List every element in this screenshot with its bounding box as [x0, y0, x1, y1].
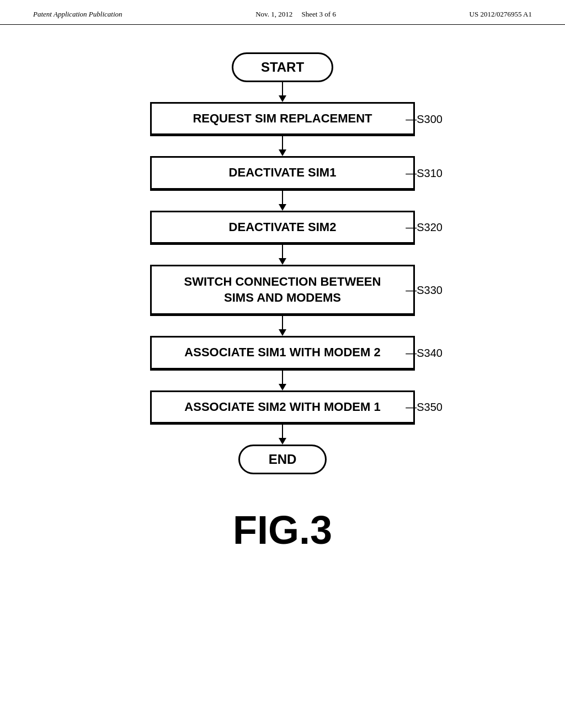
step-s330-row: SWITCH CONNECTION BETWEENSIMS AND MODEMS… — [89, 265, 476, 316]
step-s330-label: —S330 — [406, 284, 443, 297]
arrow-line — [282, 82, 283, 95]
header-date-sheet: Nov. 1, 2012 Sheet 3 of 6 — [255, 10, 336, 19]
step-s320-row: DEACTIVATE SIM2 —S320 — [89, 211, 476, 245]
end-node: END — [238, 445, 327, 474]
page-header: Patent Application Publication Nov. 1, 2… — [0, 0, 565, 25]
arrow-s300-to-s310 — [279, 136, 286, 156]
arrow-s330-to-s340 — [279, 316, 286, 336]
header-date: Nov. 1, 2012 — [255, 10, 292, 18]
arrow-s310-to-s320 — [279, 191, 286, 211]
main-content: START REQUEST SIM REPLACEMENT —S300 DEAC… — [0, 25, 565, 553]
arrow-head — [279, 438, 286, 445]
arrow-s320-to-s330 — [279, 245, 286, 265]
arrow-head — [279, 95, 286, 102]
step-s310-box: DEACTIVATE SIM1 — [150, 156, 415, 190]
arrow-line — [282, 316, 283, 329]
step-s310-row: DEACTIVATE SIM1 —S310 — [89, 156, 476, 190]
step-s330-box: SWITCH CONNECTION BETWEENSIMS AND MODEMS — [150, 265, 415, 316]
step-s310-label: —S310 — [406, 167, 443, 180]
step-s300-box: REQUEST SIM REPLACEMENT — [150, 102, 415, 136]
arrow-head — [279, 204, 286, 211]
step-s350-row: ASSOCIATE SIM2 WITH MODEM 1 —S350 — [89, 390, 476, 425]
arrow-line — [282, 191, 283, 204]
header-publication-type: Patent Application Publication — [33, 10, 122, 19]
arrow-head — [279, 384, 286, 390]
step-s350-label: —S350 — [406, 401, 443, 414]
step-s320-box: DEACTIVATE SIM2 — [150, 211, 415, 245]
step-s340-label: —S340 — [406, 347, 443, 360]
step-s300-label: —S300 — [406, 113, 443, 126]
arrow-s350-to-end — [279, 425, 286, 445]
arrow-head — [279, 149, 286, 156]
header-patent-number: US 2012/0276955 A1 — [470, 10, 532, 19]
start-node: START — [232, 52, 333, 82]
step-s320-label: —S320 — [406, 221, 443, 234]
flowchart: START REQUEST SIM REPLACEMENT —S300 DEAC… — [89, 52, 476, 474]
arrow-s340-to-s350 — [279, 371, 286, 390]
step-s300-row: REQUEST SIM REPLACEMENT —S300 — [89, 102, 476, 136]
arrow-line — [282, 425, 283, 438]
step-s350-box: ASSOCIATE SIM2 WITH MODEM 1 — [150, 390, 415, 425]
step-s340-box: ASSOCIATE SIM1 WITH MODEM 2 — [150, 336, 415, 370]
arrow-line — [282, 136, 283, 149]
figure-label: FIG.3 — [233, 507, 332, 553]
arrow-line — [282, 371, 283, 384]
arrow-start-to-s300 — [279, 82, 286, 102]
step-s340-row: ASSOCIATE SIM1 WITH MODEM 2 —S340 — [89, 336, 476, 370]
arrow-head — [279, 258, 286, 265]
arrow-line — [282, 245, 283, 258]
arrow-head — [279, 329, 286, 336]
header-sheet: Sheet 3 of 6 — [301, 10, 335, 18]
